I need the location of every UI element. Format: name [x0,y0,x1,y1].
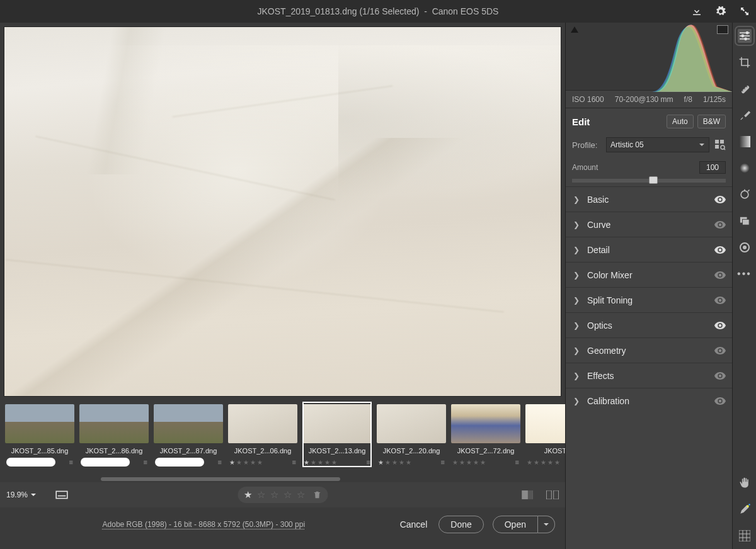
visibility-toggle-icon[interactable] [714,372,726,380]
amount-value[interactable]: 100 [699,161,726,174]
image-info[interactable]: Adobe RGB (1998) - 16 bit - 8688 x 5792 … [103,520,306,529]
fit-icon[interactable] [55,489,68,501]
visibility-toggle-icon[interactable] [714,322,726,329]
gear-icon[interactable] [714,5,727,18]
visibility-toggle-icon[interactable] [714,297,726,304]
has-adjustments-icon: ≡ [69,458,73,466]
visibility-toggle-icon[interactable] [714,347,726,354]
linear-gradient-tool-icon[interactable] [738,135,752,149]
visibility-toggle-icon[interactable] [714,221,726,229]
thumbnail[interactable] [451,404,520,443]
rating-mini[interactable]: ★★★★★ [229,459,263,466]
single-view-icon[interactable] [521,489,534,501]
color-sampler-alt-icon[interactable] [738,502,752,516]
rating-mini[interactable]: ★★★★★ [378,459,412,466]
visibility-toggle-icon[interactable] [714,196,726,203]
panel-optics[interactable]: ❯Optics [566,312,732,337]
more-icon[interactable]: ••• [738,267,752,281]
visibility-toggle-icon[interactable] [714,397,726,405]
thumbnail[interactable] [79,404,149,443]
svg-point-17 [742,91,743,92]
rating-mini[interactable]: ★★★★★ [452,459,486,466]
star-1[interactable]: ★ [244,489,252,501]
panel-effects[interactable]: ❯Effects [566,363,732,388]
filmstrip-item[interactable]: JKOST_2...86.dng≡ [79,404,149,467]
thumbnail[interactable] [525,404,565,443]
brush-tool-icon[interactable] [738,108,752,122]
rating-mini[interactable]: ★★★★★ [304,459,338,466]
panel-label: Curve [587,220,714,230]
amount-slider[interactable] [572,179,726,183]
auto-button[interactable]: Auto [667,115,694,128]
star-5[interactable]: ☆ [297,489,305,501]
window-title: JKOST_2019_01813.dng (1/16 Selected) - C… [258,6,499,16]
edit-header: Edit Auto B&W [566,108,732,135]
compare-view-icon[interactable] [546,489,559,501]
filmstrip-item[interactable]: JKOST_2...85.dng≡ [5,404,74,467]
filmstrip-item[interactable]: JKOST_2...87.dng≡ [154,404,223,467]
has-adjustments-icon: ≡ [218,458,222,466]
grid-view-icon[interactable] [738,529,752,543]
filmstrip-item[interactable]: JKOST_2...72.dng★★★★★≡ [451,404,520,467]
bw-button[interactable]: B&W [697,115,726,128]
panel-geometry[interactable]: ❯Geometry [566,337,732,363]
image-preview[interactable] [4,26,561,397]
panel-label: Calibration [587,396,714,406]
download-icon[interactable] [690,5,703,18]
panel-detail[interactable]: ❯Detail [566,237,732,262]
thumbnail[interactable] [302,404,372,443]
visibility-toggle-icon[interactable] [714,246,726,254]
chevron-right-icon: ❯ [572,246,581,254]
radial-gradient-tool-icon[interactable] [738,161,752,175]
filmstrip-item[interactable]: JKOST_2...06.dng★★★★★≡ [228,404,297,467]
chevron-right-icon: ❯ [572,371,581,380]
label-pill[interactable] [155,458,204,467]
star-4[interactable]: ☆ [284,489,292,501]
open-dropdown[interactable] [538,516,555,533]
profile-value: Artistic 05 [610,140,644,149]
panel-split-toning[interactable]: ❯Split Toning [566,287,732,312]
profile-select[interactable]: Artistic 05 [606,137,709,152]
thumbnail[interactable] [377,404,446,443]
thumbnail[interactable] [5,404,74,443]
label-pill[interactable] [6,458,55,467]
panel-basic[interactable]: ❯Basic [566,186,732,212]
crop-tool-icon[interactable] [738,55,752,69]
filmstrip-item[interactable]: JKOST_...★★★★★≡ [525,404,565,467]
snapshots-tool-icon[interactable] [738,214,752,228]
thumbnail[interactable] [228,404,297,443]
panel-calibration[interactable]: ❯Calibration [566,388,732,413]
open-button[interactable]: Open [493,516,538,533]
panel-curve[interactable]: ❯Curve [566,212,732,237]
svg-point-28 [743,246,747,249]
hand-tool-icon[interactable] [738,476,752,490]
done-button[interactable]: Done [438,516,483,533]
cancel-button[interactable]: Cancel [398,516,430,533]
filmstrip-item[interactable]: JKOST_2...20.dng★★★★★≡ [377,404,446,467]
amount-slider-thumb[interactable] [649,176,658,184]
histogram[interactable] [566,23,732,91]
trash-icon[interactable] [312,490,321,499]
svg-point-21 [740,163,750,173]
filmstrip-scrollbar[interactable] [101,477,340,481]
amount-row: Amount 100 [566,160,732,186]
open-button-group: Open [493,516,555,533]
rating-mini[interactable]: ★★★★★ [527,459,561,466]
filmstrip[interactable]: JKOST_2...85.dng≡JKOST_2...86.dng≡JKOST_… [0,400,565,482]
color-sampler-tool-icon[interactable] [738,241,752,254]
chevron-right-icon: ❯ [572,195,581,204]
visibility-toggle-icon[interactable] [714,271,726,279]
fullscreen-icon[interactable] [738,5,751,18]
spot-heal-tool-icon[interactable] [738,82,752,96]
star-2[interactable]: ☆ [257,489,265,501]
zoom-control[interactable]: 19.9% [6,490,37,499]
redeye-tool-icon[interactable] [738,188,752,201]
thumbnail-meta: ★★★★★≡ [525,457,565,467]
profile-browser-icon[interactable] [714,139,726,150]
filmstrip-item[interactable]: JKOST_2...13.dng★★★★★≡ [302,402,372,467]
star-3[interactable]: ☆ [270,489,278,501]
panel-color-mixer[interactable]: ❯Color Mixer [566,262,732,287]
edit-sliders-tool-icon[interactable] [738,29,752,43]
label-pill[interactable] [81,458,130,467]
thumbnail[interactable] [154,404,223,443]
